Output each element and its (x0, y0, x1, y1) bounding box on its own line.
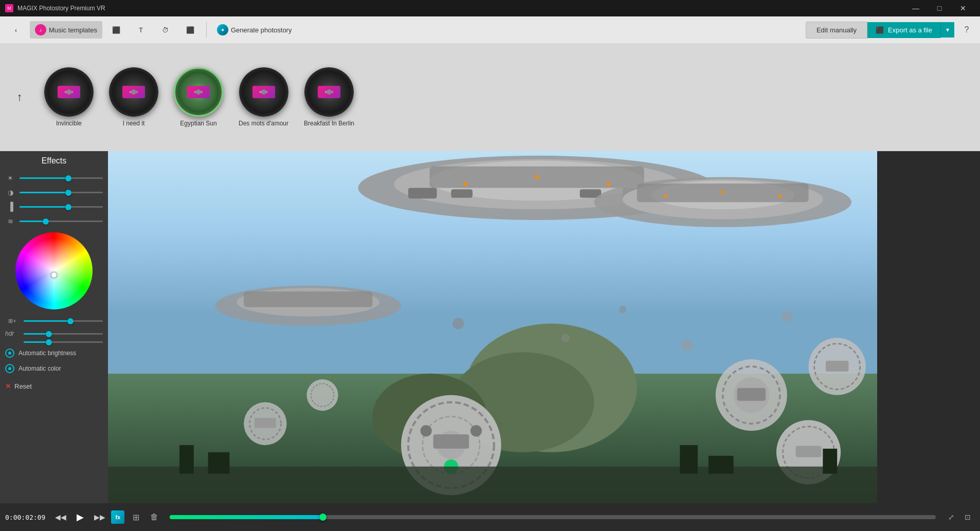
effects-panel: Effects ☀ ◑ ▐ (0, 151, 108, 503)
bottom-bar: 0:00:02:09 ◀◀ ▶ ▶▶ fx ⊞ 🗑 ⤢ ⊡ (0, 503, 980, 531)
sharpness-row: ≋ (5, 216, 103, 226)
export-dropdown-button[interactable]: ▾ (940, 22, 954, 38)
contrast-thumb[interactable] (65, 190, 71, 196)
svg-point-22 (778, 195, 782, 198)
brightness-icon: ☀ (5, 173, 15, 183)
svg-point-13 (463, 182, 467, 186)
fit-button[interactable]: ⊡ (960, 510, 975, 524)
rewind-button[interactable]: ◀◀ (53, 510, 68, 524)
expand-icon: ⤢ (948, 513, 954, 521)
templates-bar: ↑ MAGIX Invincible MAGIX I need it (0, 43, 980, 151)
saturation-thumb[interactable] (65, 204, 71, 210)
color-wheel[interactable] (15, 232, 93, 309)
brightness-slider[interactable] (20, 177, 103, 179)
svg-rect-36 (255, 418, 276, 428)
hdr-label: hdr (5, 330, 20, 337)
help-button[interactable]: ? (958, 22, 975, 38)
hdr-thumb-2[interactable] (46, 339, 52, 345)
saturation-slider[interactable] (20, 206, 103, 208)
saturation-row: ▐ (5, 202, 103, 212)
fx-badge[interactable]: fx (111, 510, 124, 524)
back-icon: ‹ (10, 24, 22, 35)
svg-rect-9 (408, 188, 437, 198)
fx-icon: ⊞+ (5, 316, 20, 326)
auto-color-label: Automatic color (19, 365, 61, 372)
expand-button[interactable]: ⤢ (944, 510, 958, 524)
svg-rect-55 (179, 445, 194, 474)
sharpness-icon: ≋ (5, 216, 15, 226)
svg-rect-57 (680, 445, 698, 474)
template-invincible[interactable]: MAGIX Invincible (44, 67, 94, 127)
color-wheel-container (5, 232, 103, 309)
saturation-icon: ▐ (5, 202, 15, 212)
titlebar-left: M MAGIX Photostory Premium VR (5, 4, 105, 12)
contrast-slider[interactable] (20, 192, 103, 193)
hdr-slider-2[interactable] (24, 341, 103, 343)
export-button[interactable]: ⬛ Export as a file (867, 22, 940, 38)
fast-forward-button[interactable]: ▶▶ (93, 510, 107, 524)
video-area (108, 151, 877, 503)
generate-photostory-button[interactable]: ✦ Generate photostory (212, 21, 297, 39)
grid-icon: ⊞ (133, 512, 139, 522)
reset-row[interactable]: ✕ Reset (5, 382, 103, 390)
auto-brightness-row[interactable]: Automatic brightness (5, 347, 103, 359)
svg-point-15 (606, 182, 610, 186)
maximize-button[interactable]: □ (928, 0, 951, 16)
progress-thumb[interactable] (319, 514, 326, 521)
close-button[interactable]: ✕ (951, 0, 975, 16)
play-icon: ▶ (77, 511, 84, 523)
hdr-slider-1[interactable] (24, 333, 103, 335)
brightness-thumb[interactable] (65, 175, 71, 181)
progress-bar[interactable] (170, 515, 936, 519)
hdr-row-1: hdr (5, 330, 103, 337)
disc-center-egyptian-sun (196, 89, 201, 95)
template-egyptian-sun[interactable]: MAGIX Egyptian Sun (174, 67, 223, 127)
export-label: Export as a file (888, 26, 932, 34)
crop-button[interactable]: ⬛ (179, 21, 201, 39)
disc-title-i-need-it: I need it (123, 120, 145, 127)
video-placeholder (108, 151, 877, 503)
toolbar-right: Edit manually ⬛ Export as a file ▾ ? (806, 22, 975, 39)
disc-center-invincible (66, 89, 71, 95)
edit-manually-button[interactable]: Edit manually (806, 22, 867, 39)
bottom-right-buttons: ⤢ ⊡ (944, 510, 975, 524)
timer-button[interactable]: ⏱ (155, 21, 176, 39)
crop-icon: ⬛ (185, 24, 196, 35)
music-templates-button[interactable]: ♪ Music templates (30, 21, 102, 39)
timecode: 0:00:02:09 (5, 514, 45, 521)
music-icon: ♪ (35, 24, 46, 35)
trash-button[interactable]: 🗑 (147, 510, 161, 524)
template-des-mots[interactable]: MAGIX Des mots d'amour (239, 67, 288, 127)
text-button[interactable]: T (130, 21, 152, 39)
fx-slider[interactable] (24, 320, 103, 322)
svg-rect-58 (709, 456, 734, 474)
main-area: ↑ MAGIX Invincible MAGIX I need it (0, 43, 980, 531)
titlebar-controls[interactable]: — □ ✕ (904, 0, 975, 16)
template-breakfast-berlin[interactable]: MAGIX Breakfast In Berlin (304, 67, 354, 127)
color-wheel-dot[interactable] (51, 272, 57, 278)
svg-point-50 (561, 334, 570, 342)
svg-rect-10 (451, 189, 473, 198)
template-i-need-it[interactable]: MAGIX I need it (109, 67, 158, 127)
auto-color-row[interactable]: Automatic color (5, 362, 103, 375)
sharpness-thumb[interactable] (43, 218, 49, 225)
disc-center-i-need-it (131, 89, 136, 95)
hdr-thumb-1[interactable] (46, 331, 52, 337)
storyboard-button[interactable]: ⬛ (105, 21, 127, 39)
grid-button[interactable]: ⊞ (129, 510, 143, 524)
back-button[interactable]: ‹ (5, 21, 27, 39)
app-icon: M (5, 4, 13, 12)
play-button[interactable]: ▶ (72, 509, 88, 525)
reset-label: Reset (14, 382, 32, 390)
saturation-fill (20, 206, 65, 208)
sharpness-slider[interactable] (20, 221, 103, 222)
svg-point-20 (664, 195, 667, 198)
effects-title: Effects (5, 156, 103, 166)
svg-rect-56 (208, 452, 230, 474)
fx-thumb[interactable] (67, 318, 74, 324)
scroll-up-button[interactable]: ↑ (10, 88, 29, 106)
svg-rect-42 (737, 388, 766, 401)
generate-icon: ✦ (217, 24, 228, 35)
minimize-button[interactable]: — (904, 0, 928, 16)
sharpness-fill (20, 221, 43, 222)
